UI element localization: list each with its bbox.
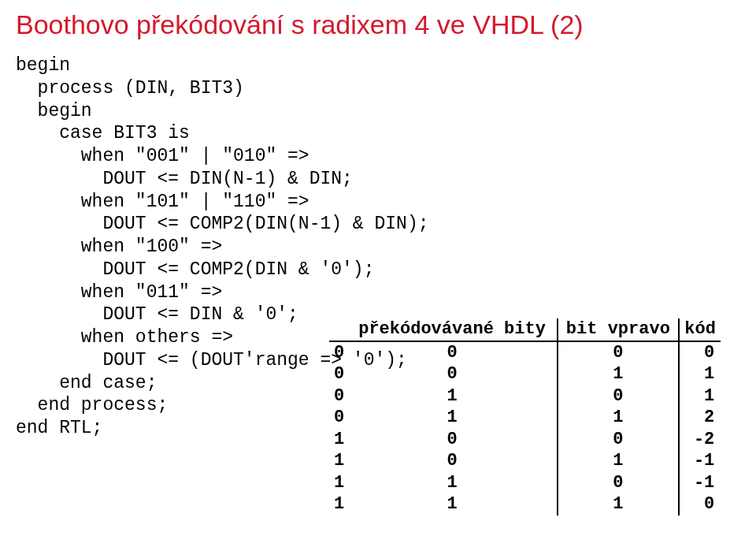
th-right: bit vpravo	[558, 318, 679, 341]
encoding-table-wrapper: překódovávané bity bit vpravo kód 000000…	[329, 318, 721, 516]
cell-code: 0	[679, 493, 721, 516]
cell-bit1: 1	[329, 429, 355, 451]
cell-bit0: 0	[355, 450, 558, 472]
cell-bit1: 0	[329, 363, 355, 385]
th-code: kód	[679, 318, 721, 341]
cell-right: 1	[558, 407, 679, 429]
th-bits-col2: překódovávané bity	[355, 318, 558, 341]
cell-right: 0	[558, 385, 679, 408]
table-row: 0101	[329, 385, 721, 408]
cell-right: 0	[558, 429, 679, 451]
cell-bit0: 1	[355, 472, 558, 494]
cell-bit1: 1	[329, 472, 355, 494]
cell-code: 0	[679, 341, 721, 364]
cell-bit1: 0	[329, 385, 355, 408]
cell-bit1: 1	[329, 493, 355, 516]
cell-bit0: 1	[355, 407, 558, 429]
cell-right: 0	[558, 341, 679, 364]
cell-code: 1	[679, 363, 721, 385]
table-row: 1110	[329, 493, 721, 516]
cell-bit0: 0	[355, 363, 558, 385]
cell-code: -1	[679, 450, 721, 472]
table-header-row: překódovávané bity bit vpravo kód	[329, 318, 721, 341]
table-row: 101-1	[329, 450, 721, 472]
table-row: 0000	[329, 341, 721, 364]
cell-bit0: 0	[355, 429, 558, 451]
th-bits-col1	[329, 318, 355, 341]
table-row: 110-1	[329, 472, 721, 494]
slide-title: Boothovo překódování s radixem 4 ve VHDL…	[16, 9, 740, 40]
table-body: 0000001101010112100-2101-1110-11110	[329, 341, 721, 516]
table-row: 0112	[329, 407, 721, 429]
cell-right: 1	[558, 493, 679, 516]
cell-bit0: 1	[355, 493, 558, 516]
cell-code: -1	[679, 472, 721, 494]
cell-code: 2	[679, 407, 721, 429]
table-row: 0011	[329, 363, 721, 385]
cell-right: 1	[558, 450, 679, 472]
table-row: 100-2	[329, 429, 721, 451]
cell-bit0: 0	[355, 341, 558, 364]
cell-code: -2	[679, 429, 721, 451]
cell-code: 1	[679, 385, 721, 408]
cell-bit1: 0	[329, 341, 355, 364]
cell-bit0: 1	[355, 385, 558, 408]
cell-bit1: 0	[329, 407, 355, 429]
cell-bit1: 1	[329, 450, 355, 472]
cell-right: 0	[558, 472, 679, 494]
cell-right: 1	[558, 363, 679, 385]
encoding-table: překódovávané bity bit vpravo kód 000000…	[329, 318, 721, 516]
